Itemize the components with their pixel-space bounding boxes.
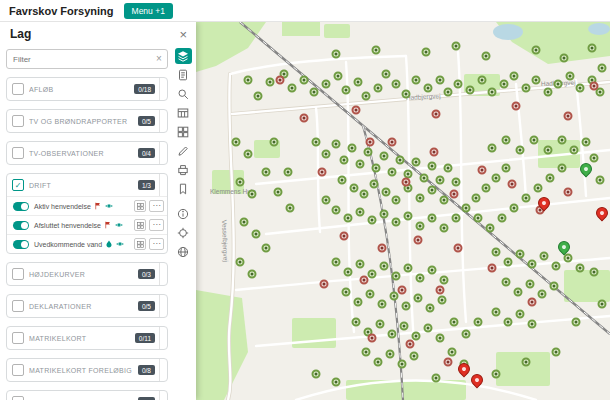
map-marker-green[interactable]: [380, 152, 389, 161]
map-marker-green[interactable]: [288, 84, 297, 93]
drag-handle[interactable]: [159, 327, 167, 349]
map-marker-green[interactable]: [514, 288, 523, 297]
map-marker-green[interactable]: [488, 144, 497, 153]
info-tool[interactable]: [175, 206, 192, 222]
measure-tool[interactable]: [175, 225, 192, 241]
map-pin-red[interactable]: [456, 361, 473, 378]
map-marker-green[interactable]: [332, 378, 341, 387]
map-marker-green[interactable]: [262, 244, 271, 253]
map-marker-green[interactable]: [356, 260, 365, 269]
map-marker-green[interactable]: [338, 176, 347, 185]
layers-tool[interactable]: [175, 48, 192, 64]
map-marker-green[interactable]: [376, 320, 385, 329]
layer-checkbox[interactable]: [12, 147, 24, 159]
map-marker-green[interactable]: [374, 358, 383, 367]
more-button[interactable]: ⋯: [149, 219, 164, 231]
map-marker-red[interactable]: [450, 190, 459, 199]
map-marker-red[interactable]: [352, 106, 361, 115]
map-marker-green[interactable]: [422, 48, 431, 57]
map-marker-green[interactable]: [492, 308, 501, 317]
map-marker-red[interactable]: [436, 286, 445, 295]
map-marker-green[interactable]: [232, 138, 241, 147]
map-marker-green[interactable]: [382, 188, 391, 197]
basemap-tool[interactable]: [175, 244, 192, 260]
map-marker-red[interactable]: [320, 280, 329, 289]
map-marker-red[interactable]: [388, 138, 397, 147]
drag-handle[interactable]: [159, 263, 167, 285]
map-marker-red[interactable]: [368, 334, 377, 343]
map-marker-green[interactable]: [452, 214, 461, 223]
map-marker-green[interactable]: [372, 164, 381, 173]
map-pin-red[interactable]: [594, 205, 610, 222]
drag-handle[interactable]: [159, 174, 167, 196]
map-marker-green[interactable]: [502, 278, 511, 287]
map-marker-green[interactable]: [362, 348, 371, 357]
map-marker-green[interactable]: [528, 260, 537, 269]
map-marker-green[interactable]: [244, 150, 253, 159]
map-marker-green[interactable]: [392, 196, 401, 205]
layer-group-row[interactable]: ✓DRIFT1/3: [7, 174, 167, 196]
map-marker-green[interactable]: [528, 320, 537, 329]
map-marker-green[interactable]: [466, 86, 475, 95]
map-marker-green[interactable]: [332, 140, 341, 149]
map-marker-green[interactable]: [498, 214, 507, 223]
map-marker-green[interactable]: [588, 44, 597, 53]
map-marker-red[interactable]: [366, 138, 375, 147]
map-marker-green[interactable]: [266, 78, 275, 87]
layer-checkbox[interactable]: [12, 115, 24, 127]
layer-checkbox[interactable]: ✓: [12, 179, 24, 191]
map-marker-green[interactable]: [482, 52, 491, 61]
map-marker-green[interactable]: [444, 88, 453, 97]
map-marker-red[interactable]: [318, 168, 327, 177]
layer-group-row[interactable]: MATRIKELKORT0/11: [7, 327, 167, 349]
legend-button[interactable]: [134, 238, 146, 250]
map-marker-green[interactable]: [412, 76, 421, 85]
map-marker-red[interactable]: [276, 76, 285, 85]
map-marker-green[interactable]: [504, 258, 513, 267]
map-marker-green[interactable]: [390, 292, 399, 301]
map-marker-green[interactable]: [348, 144, 357, 153]
layer-checkbox[interactable]: [12, 268, 24, 280]
more-button[interactable]: ⋯: [149, 200, 164, 212]
map-marker-green[interactable]: [500, 80, 509, 89]
map-marker-green[interactable]: [240, 218, 249, 227]
map-marker-green[interactable]: [274, 188, 283, 197]
map-marker-green[interactable]: [270, 138, 279, 147]
map-marker-green[interactable]: [392, 218, 401, 227]
map-marker-green[interactable]: [448, 348, 457, 357]
map-marker-green[interactable]: [522, 358, 531, 367]
map-marker-green[interactable]: [334, 72, 343, 81]
print-tool[interactable]: [175, 162, 192, 178]
map-marker-green[interactable]: [300, 76, 309, 85]
map-marker-green[interactable]: [532, 76, 541, 85]
map-marker-green[interactable]: [564, 254, 573, 263]
map-marker-green[interactable]: [492, 248, 501, 257]
map-marker-green[interactable]: [392, 80, 401, 89]
map-marker-green[interactable]: [370, 180, 379, 189]
map-marker-red[interactable]: [432, 110, 441, 119]
close-icon[interactable]: ×: [175, 26, 191, 43]
map-marker-green[interactable]: [502, 136, 511, 145]
map-marker-red[interactable]: [414, 236, 423, 245]
map-marker-green[interactable]: [482, 184, 491, 193]
map-marker-green[interactable]: [416, 194, 425, 203]
map-marker-green[interactable]: [378, 300, 387, 309]
map-marker-red[interactable]: [564, 112, 573, 121]
drag-handle[interactable]: [159, 391, 167, 400]
map-marker-green[interactable]: [444, 164, 453, 173]
map-marker-green[interactable]: [414, 294, 423, 303]
map-marker-red[interactable]: [478, 166, 487, 175]
layer-checkbox[interactable]: [12, 332, 24, 344]
map-marker-green[interactable]: [554, 80, 563, 89]
map-marker-green[interactable]: [284, 168, 293, 177]
draw-tool[interactable]: [175, 143, 192, 159]
map-marker-green[interactable]: [452, 178, 461, 187]
map-marker-green[interactable]: [428, 162, 437, 171]
map-marker-red[interactable]: [512, 102, 521, 111]
drag-handle[interactable]: [159, 142, 167, 164]
map-marker-green[interactable]: [412, 332, 421, 341]
table-tool[interactable]: [175, 105, 192, 121]
map-marker-green[interactable]: [552, 348, 561, 357]
layer-checkbox[interactable]: [12, 300, 24, 312]
map-marker-green[interactable]: [332, 206, 341, 215]
